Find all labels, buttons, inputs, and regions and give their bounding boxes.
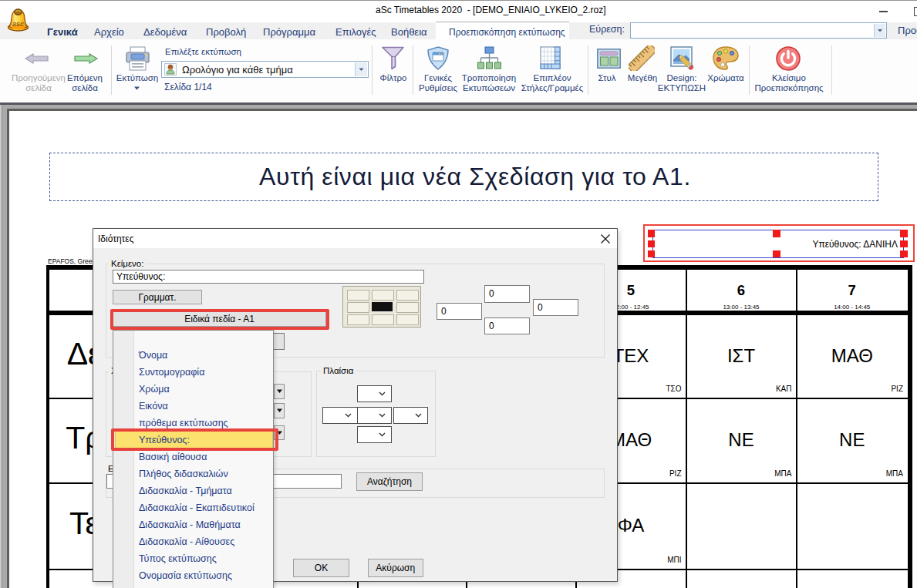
svg-text:asc: asc (12, 20, 24, 28)
